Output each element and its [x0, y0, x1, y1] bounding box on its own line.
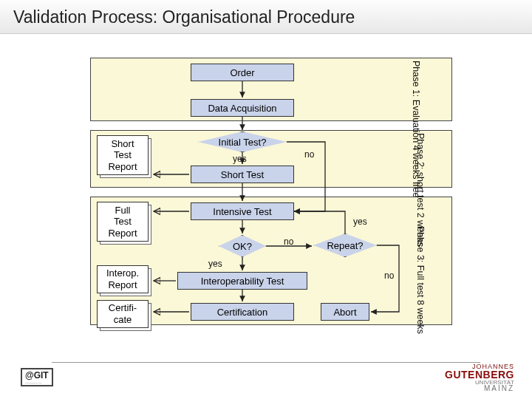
phase-3-label: Phase 3: Full test 8 weeks	[414, 226, 426, 334]
node-repeat: Repeat?	[313, 233, 377, 257]
report-short-test: Short Test Report	[97, 135, 149, 175]
footer-rule	[52, 362, 480, 363]
node-short-test: Short Test	[191, 166, 294, 183]
logo-line-2: GUTENBERG	[445, 370, 514, 380]
page-title: Validation Process: Organisational Proce…	[0, 0, 532, 34]
label-ok-no: no	[284, 236, 293, 247]
logo-git-text: @GIT	[25, 370, 49, 381]
report-full-test: Full Test Report	[97, 202, 149, 242]
node-data-acquisition: Data Acquisition	[191, 99, 294, 117]
label-repeat-yes: yes	[353, 216, 367, 227]
node-certification: Certification	[191, 303, 294, 321]
node-intensive-test: Intensive Test	[191, 202, 294, 220]
report-interop: Interop. Report	[97, 265, 149, 293]
logo-line-4: MAINZ	[445, 385, 514, 392]
diagram-canvas: Phase 1: Evaluation 4 weeks free Phase 2…	[0, 35, 532, 368]
label-repeat-no: no	[384, 270, 394, 281]
node-interop-test: Interoperability Test	[177, 272, 307, 290]
logo-git: @GIT ····················	[21, 368, 53, 386]
label-initial-yes: yes	[233, 154, 247, 164]
label-initial-no: no	[304, 149, 314, 160]
report-certificate: Certifi- cate	[97, 300, 149, 328]
node-abort: Abort	[321, 303, 369, 321]
label-ok-yes: yes	[208, 259, 222, 269]
node-order: Order	[191, 64, 294, 81]
node-ok: OK?	[219, 235, 266, 257]
node-initial-test: Initial Test?	[198, 132, 287, 152]
logo-git-sub: ····················	[25, 381, 49, 385]
logo-university: JOHANNES GUTENBERG UNIVERSITÄT MAINZ	[445, 364, 514, 392]
